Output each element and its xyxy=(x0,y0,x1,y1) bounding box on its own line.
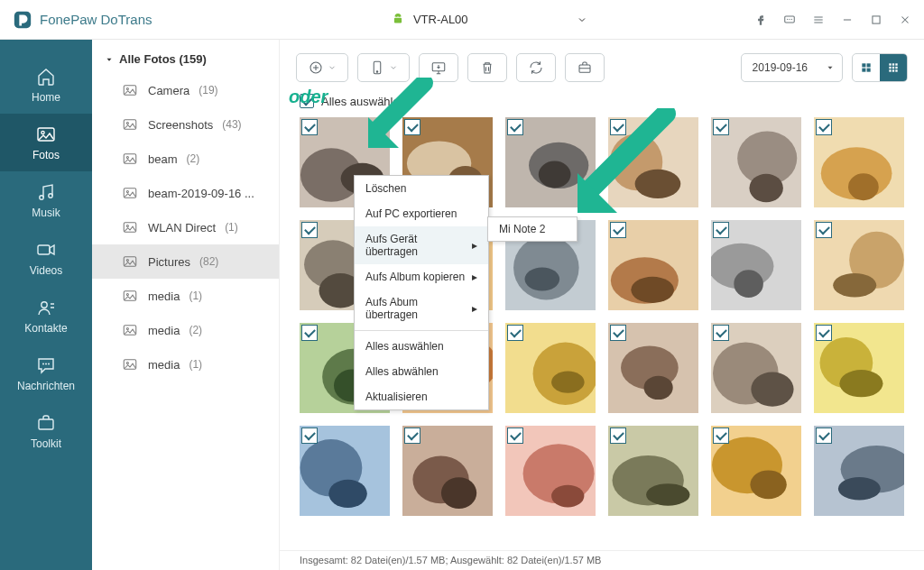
photo-thumbnail[interactable] xyxy=(711,426,801,516)
thumbnail-checkbox[interactable] xyxy=(507,325,523,341)
nav-musik[interactable]: Musik xyxy=(0,171,92,229)
photo-thumbnail[interactable] xyxy=(402,426,493,516)
album-item[interactable]: media (1) xyxy=(92,279,279,313)
photo-thumbnail[interactable] xyxy=(608,426,698,516)
music-icon xyxy=(35,181,57,203)
minimize-button[interactable] xyxy=(841,14,854,26)
album-item[interactable]: Camera (19) xyxy=(92,73,279,107)
svg-rect-18 xyxy=(39,419,53,429)
ctx-select-all[interactable]: Alles auswählen xyxy=(355,334,488,359)
ctx-move-album[interactable]: Aufs Abum übertragen▸ xyxy=(355,290,488,327)
thumbnail-checkbox[interactable] xyxy=(713,325,729,341)
ctx-export-pc[interactable]: Auf PC exportieren xyxy=(355,201,488,226)
refresh-button[interactable] xyxy=(516,53,556,82)
thumbnail-checkbox[interactable] xyxy=(301,325,318,341)
photo-thumbnail[interactable] xyxy=(300,426,390,516)
sidebar-nav: Home Fotos Musik Videos Kontakte Nachric… xyxy=(0,40,92,570)
date-filter[interactable]: 2019-09-16 xyxy=(741,53,843,82)
thumbnail-checkbox[interactable] xyxy=(816,222,832,238)
photo-thumbnail[interactable] xyxy=(711,117,801,207)
annotation-oder-label: oder xyxy=(289,87,328,107)
nav-home[interactable]: Home xyxy=(0,56,92,114)
album-header[interactable]: Alle Fotos (159) xyxy=(92,52,279,73)
photo-thumbnail[interactable] xyxy=(505,323,596,413)
ctx-to-device[interactable]: Aufs Gerät übertragen▸ xyxy=(355,226,488,264)
ctx-copy-album[interactable]: Aufs Album kopieren▸ xyxy=(355,264,488,290)
context-menu: Löschen Auf PC exportieren Aufs Gerät üb… xyxy=(354,175,489,410)
svg-point-20 xyxy=(126,87,128,89)
album-item[interactable]: media (2) xyxy=(92,313,279,347)
nav-kontakte[interactable]: Kontakte xyxy=(0,287,92,345)
photo-thumbnail[interactable] xyxy=(608,323,698,413)
nav-toolkit[interactable]: Toolkit xyxy=(0,402,92,460)
svg-point-84 xyxy=(631,277,674,303)
photo-thumbnail[interactable] xyxy=(814,426,904,516)
thumbnail-checkbox[interactable] xyxy=(713,119,729,135)
thumbnail-checkbox[interactable] xyxy=(507,428,523,444)
album-count: (1) xyxy=(225,221,238,234)
photo-thumbnail[interactable] xyxy=(505,426,596,516)
nav-videos[interactable]: Videos xyxy=(0,229,92,287)
nav-nachrichten-label: Nachrichten xyxy=(17,380,75,392)
album-item[interactable]: Pictures (82) xyxy=(92,244,279,279)
svg-rect-8 xyxy=(873,15,880,23)
thumbnail-checkbox[interactable] xyxy=(816,325,832,341)
delete-button[interactable] xyxy=(467,53,507,82)
svg-point-7 xyxy=(791,18,792,19)
thumbnail-checkbox[interactable] xyxy=(301,119,318,135)
facebook-icon[interactable] xyxy=(754,14,767,26)
svg-point-34 xyxy=(126,327,128,329)
album-count: (1) xyxy=(189,358,202,371)
album-header-label: Alle Fotos (159) xyxy=(119,52,207,66)
photo-thumbnail[interactable] xyxy=(711,220,801,310)
album-item[interactable]: WLAN Direct (1) xyxy=(92,210,279,244)
feedback-icon[interactable] xyxy=(783,14,796,26)
svg-point-30 xyxy=(126,259,128,261)
close-button[interactable] xyxy=(899,14,911,26)
thumbnail-checkbox[interactable] xyxy=(301,222,318,238)
annotation-arrow-2 xyxy=(559,108,677,225)
maximize-button[interactable] xyxy=(870,14,882,26)
view-large-grid[interactable] xyxy=(853,54,880,81)
ctx-delete[interactable]: Löschen xyxy=(355,176,488,201)
album-item[interactable]: Screenshots (43) xyxy=(92,107,279,142)
thumbnail-checkbox[interactable] xyxy=(610,325,626,341)
photo-thumbnail[interactable] xyxy=(814,323,904,413)
menu-icon[interactable] xyxy=(812,14,825,26)
thumbnail-checkbox[interactable] xyxy=(404,428,420,444)
device-selector[interactable]: VTR-AL00 xyxy=(392,13,587,26)
svg-point-24 xyxy=(126,156,128,158)
photo-thumbnail[interactable] xyxy=(814,117,904,207)
view-small-grid[interactable] xyxy=(880,54,907,81)
photo-thumbnail[interactable] xyxy=(711,323,801,413)
photo-thumbnail[interactable] xyxy=(608,220,698,310)
album-name: media xyxy=(148,324,180,337)
chevron-down-icon xyxy=(389,60,398,76)
add-button[interactable] xyxy=(296,53,348,82)
thumbnail-checkbox[interactable] xyxy=(713,428,729,444)
svg-rect-1 xyxy=(394,17,402,23)
thumbnail-checkbox[interactable] xyxy=(301,428,318,444)
thumbnail-checkbox[interactable] xyxy=(610,428,626,444)
nav-fotos[interactable]: Fotos xyxy=(0,114,92,171)
thumbnail-checkbox[interactable] xyxy=(816,119,832,135)
toolbox-button[interactable] xyxy=(565,53,605,82)
album-item[interactable]: beam (2) xyxy=(92,142,279,176)
album-name: Pictures xyxy=(148,255,190,269)
ctx-refresh[interactable]: Aktualisieren xyxy=(355,384,488,409)
svg-point-99 xyxy=(551,372,585,393)
thumbnail-checkbox[interactable] xyxy=(507,119,523,135)
nav-videos-label: Videos xyxy=(30,264,62,277)
album-item[interactable]: media (1) xyxy=(92,347,279,382)
album-item[interactable]: beam-2019-09-16 ... xyxy=(92,176,279,210)
svg-rect-50 xyxy=(892,67,894,69)
thumbnail-checkbox[interactable] xyxy=(816,428,832,444)
photo-thumbnail[interactable] xyxy=(814,220,904,310)
thumbnail-checkbox[interactable] xyxy=(713,222,729,238)
album-count: (82) xyxy=(199,255,218,268)
nav-nachrichten[interactable]: Nachrichten xyxy=(0,345,92,402)
album-name: Camera xyxy=(148,84,189,97)
ctx-deselect-all[interactable]: Alles abwählen xyxy=(355,359,488,384)
svg-point-111 xyxy=(328,480,367,508)
svg-point-87 xyxy=(734,270,763,298)
